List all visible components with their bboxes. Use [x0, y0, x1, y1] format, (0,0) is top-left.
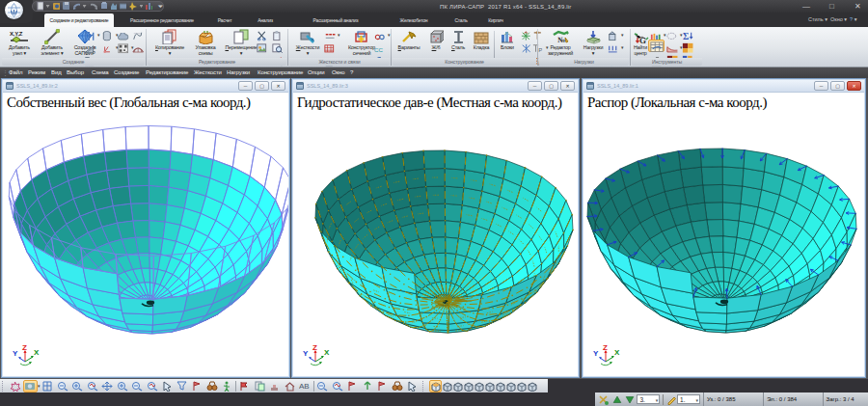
svg-text:№: №	[557, 36, 565, 44]
svg-text:CC: CC	[374, 46, 383, 53]
svg-text:Y: Y	[303, 349, 309, 358]
svg-text:X: X	[614, 348, 620, 357]
svg-text:X: X	[324, 348, 330, 357]
svg-text:Z: Z	[312, 343, 317, 352]
svg-text:Y: Y	[593, 349, 599, 358]
svg-text:Y: Y	[13, 349, 18, 358]
svg-text:АВ: АВ	[299, 382, 310, 391]
svg-text:Z: Z	[603, 343, 608, 352]
svg-text:Σ: Σ	[683, 31, 689, 41]
svg-text:Z: Z	[22, 343, 27, 352]
svg-text:G: G	[639, 36, 646, 44]
svg-text:X,Y,Z: X,Y,Z	[10, 31, 23, 37]
svg-text:X: X	[34, 348, 40, 357]
